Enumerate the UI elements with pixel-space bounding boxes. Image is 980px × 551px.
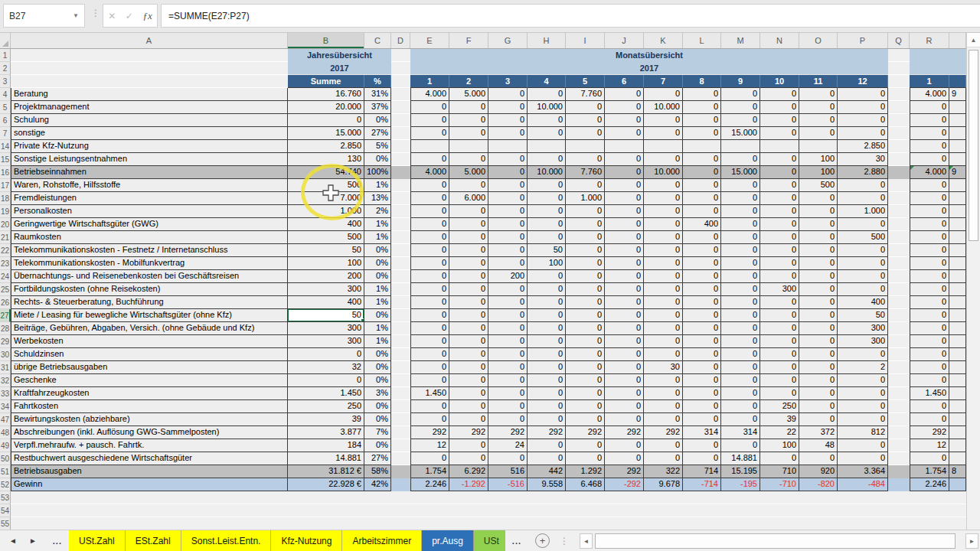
cell[interactable] xyxy=(888,114,910,127)
cell-month[interactable]: 300 xyxy=(838,322,888,335)
cell-pct[interactable]: 7% xyxy=(364,426,391,439)
cell-month[interactable]: 714 xyxy=(683,465,721,478)
cell-cumulative[interactable]: 1.754 xyxy=(910,465,949,478)
cell-month[interactable]: 0 xyxy=(410,101,449,114)
cell-cumulative[interactable]: 0 xyxy=(910,400,949,413)
cell-month[interactable]: 0 xyxy=(410,296,449,309)
cell-sum[interactable]: 39 xyxy=(288,413,364,426)
cell-month[interactable]: 0 xyxy=(410,179,449,192)
cell-sum[interactable]: 500 xyxy=(288,231,364,244)
cell-cumulative-partial[interactable]: 9 xyxy=(949,88,966,101)
cell-label[interactable]: Telekommunikationskosten - Mobilfunkvert… xyxy=(11,257,288,270)
cell[interactable] xyxy=(391,257,410,270)
cell-month[interactable]: 0 xyxy=(721,192,760,205)
monthly-title-cell[interactable]: Monatsübersicht2017 xyxy=(410,49,888,75)
cell-month[interactable]: 292 xyxy=(605,465,644,478)
cell-month[interactable]: 0 xyxy=(528,153,566,166)
cell-month[interactable]: 0 xyxy=(683,387,721,400)
cell-month[interactable]: 0 xyxy=(683,309,721,322)
cell-cumulative-partial[interactable] xyxy=(949,426,966,439)
cell-month[interactable]: 0 xyxy=(488,218,528,231)
cell-month[interactable]: 0 xyxy=(449,244,488,257)
cell[interactable] xyxy=(391,296,410,309)
cell[interactable] xyxy=(391,426,410,439)
row-header-24[interactable]: 24 xyxy=(0,270,11,283)
cell-month[interactable]: 0 xyxy=(799,283,838,296)
cell-month[interactable]: 0 xyxy=(760,166,799,179)
cell[interactable] xyxy=(888,179,910,192)
cell-pct[interactable]: 31% xyxy=(364,88,391,101)
cell-pct[interactable]: 58% xyxy=(364,465,391,478)
cell-month[interactable]: 0 xyxy=(644,296,683,309)
cell-month[interactable]: 0 xyxy=(721,88,760,101)
cell-cumulative-partial[interactable] xyxy=(949,348,966,361)
cell-label[interactable]: Waren, Rohstoffe, Hilfsstoffe xyxy=(11,179,288,192)
cell-month[interactable]: 0 xyxy=(605,166,644,179)
cell-month[interactable]: 0 xyxy=(721,335,760,348)
cell-cumulative[interactable]: 0 xyxy=(910,361,949,374)
cell-month[interactable]: 0 xyxy=(721,348,760,361)
cell-sum[interactable]: 200 xyxy=(288,270,364,283)
row-header-4[interactable]: 4 xyxy=(0,88,11,101)
cell-month[interactable]: -714 xyxy=(683,478,721,491)
cell-label[interactable]: Fremdleistungen xyxy=(11,192,288,205)
cell-month[interactable]: 0 xyxy=(566,257,605,270)
cell-month[interactable]: 292 xyxy=(410,426,449,439)
cell[interactable] xyxy=(888,192,910,205)
cell-month[interactable]: 0 xyxy=(799,192,838,205)
cell-month[interactable]: 400 xyxy=(683,218,721,231)
cell-month[interactable]: 0 xyxy=(488,114,528,127)
cell-month[interactable]: 1.000 xyxy=(838,205,888,218)
cell-month[interactable] xyxy=(410,140,449,153)
cell-month[interactable]: 0 xyxy=(799,114,838,127)
cell-month[interactable]: 30 xyxy=(644,361,683,374)
cell-month[interactable]: 50 xyxy=(528,244,566,257)
cell-cumulative[interactable]: 0 xyxy=(910,348,949,361)
cell-month[interactable]: 0 xyxy=(449,270,488,283)
cell-month[interactable]: 0 xyxy=(721,179,760,192)
cell-month[interactable]: 0 xyxy=(566,127,605,140)
cell-month[interactable]: 0 xyxy=(644,179,683,192)
row-header-49[interactable]: 49 xyxy=(0,439,11,452)
cell-month[interactable]: 0 xyxy=(566,296,605,309)
cell-month[interactable]: 0 xyxy=(449,296,488,309)
cell-month[interactable]: 0 xyxy=(760,296,799,309)
cell-month[interactable]: 0 xyxy=(799,231,838,244)
month-header-9[interactable]: 9 xyxy=(721,75,760,88)
cell-month[interactable]: 10.000 xyxy=(644,166,683,179)
cell-sum[interactable]: 54.740 xyxy=(288,166,364,179)
cell-cumulative[interactable]: 0 xyxy=(910,244,949,257)
cell-label[interactable]: Beiträge, Gebühren, Abgaben, Versich. (o… xyxy=(11,322,288,335)
cell-month[interactable]: 0 xyxy=(683,361,721,374)
tab-nav-next-icon[interactable]: ► xyxy=(29,536,37,545)
cell-month[interactable]: 400 xyxy=(838,296,888,309)
cell-month[interactable]: 292 xyxy=(644,426,683,439)
cell-label[interactable]: Restbuchwert ausgeschiedene Wirtschaftsg… xyxy=(11,452,288,465)
cell-cumulative-partial[interactable] xyxy=(949,101,966,114)
cell-month[interactable]: 0 xyxy=(566,309,605,322)
row-header-34[interactable]: 34 xyxy=(0,400,11,413)
cell-month[interactable]: 0 xyxy=(721,218,760,231)
cell-month[interactable]: 0 xyxy=(683,439,721,452)
cell-month[interactable]: 0 xyxy=(449,361,488,374)
cell-month[interactable]: 0 xyxy=(721,296,760,309)
cell-cumulative[interactable]: 0 xyxy=(910,335,949,348)
cell-month[interactable]: 0 xyxy=(644,205,683,218)
column-header-G[interactable]: G xyxy=(488,33,528,48)
cell-month[interactable]: 0 xyxy=(566,374,605,387)
cell-cumulative[interactable]: 0 xyxy=(910,192,949,205)
cell-month[interactable]: 0 xyxy=(410,348,449,361)
scroll-up-icon[interactable]: ▲ xyxy=(967,33,980,47)
cell-month[interactable]: 0 xyxy=(449,374,488,387)
month-header-11[interactable]: 11 xyxy=(799,75,838,88)
cell-month[interactable]: 0 xyxy=(488,309,528,322)
cell-month[interactable]: 500 xyxy=(799,179,838,192)
row-header-26[interactable]: 26 xyxy=(0,296,11,309)
cell-month[interactable]: 0 xyxy=(488,257,528,270)
cell-month[interactable]: 0 xyxy=(605,127,644,140)
cell-month[interactable]: 0 xyxy=(410,270,449,283)
cell-sum[interactable]: 1.450 xyxy=(288,387,364,400)
cell-month[interactable]: 48 xyxy=(799,439,838,452)
cell-sum[interactable]: 2.850 xyxy=(288,140,364,153)
cell-month[interactable]: 0 xyxy=(410,114,449,127)
